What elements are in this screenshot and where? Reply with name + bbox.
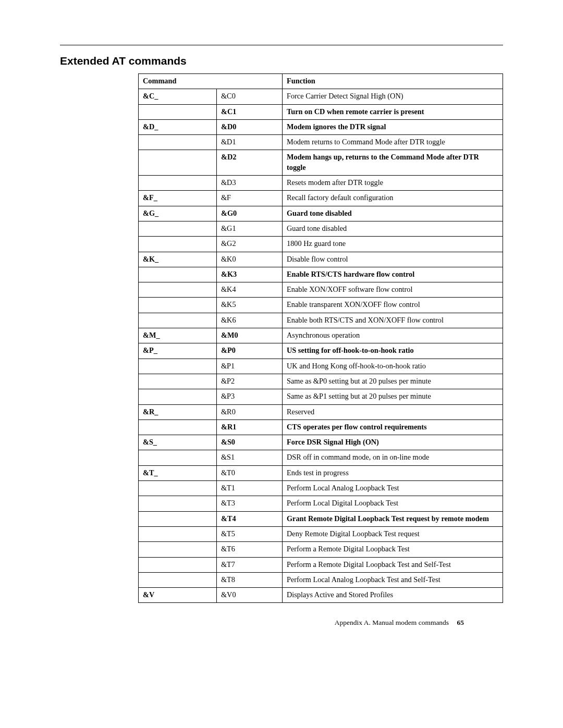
table-row: &K_&K0Disable flow control bbox=[139, 252, 503, 267]
command-code-cell: &S1 bbox=[217, 450, 283, 465]
function-cell: Disable flow control bbox=[283, 252, 503, 267]
function-cell: Perform Local Analog Loopback Test and S… bbox=[283, 572, 503, 587]
command-group-cell bbox=[139, 221, 217, 236]
command-code-cell: &R1 bbox=[217, 419, 283, 435]
table-row: &T5Deny Remote Digital Loopback Test req… bbox=[139, 526, 503, 541]
command-group-cell bbox=[139, 313, 217, 328]
command-group-cell bbox=[139, 374, 217, 389]
command-code-cell: &P2 bbox=[217, 374, 283, 389]
command-code-cell: &T7 bbox=[217, 557, 283, 572]
function-cell: Enable both RTS/CTS and XON/XOFF flow co… bbox=[283, 313, 503, 328]
function-cell: Modem ignores the DTR signal bbox=[283, 119, 503, 134]
command-group-cell bbox=[139, 526, 217, 541]
function-cell: US setting for off-hook-to-on-hook ratio bbox=[283, 343, 503, 359]
command-group-cell bbox=[139, 282, 217, 298]
command-code-cell: &K5 bbox=[217, 298, 283, 313]
function-cell: 1800 Hz guard tone bbox=[283, 237, 503, 252]
footer-text: Appendix A. Manual modem commands bbox=[335, 619, 449, 626]
command-code-cell: &T4 bbox=[217, 511, 283, 526]
command-code-cell: &K6 bbox=[217, 313, 283, 328]
function-cell: DSR off in command mode, on in on-line m… bbox=[283, 450, 503, 465]
commands-table: CommandFunction&C_&C0Force Carrier Detec… bbox=[138, 73, 503, 603]
table-row: &R1CTS operates per flow control require… bbox=[139, 419, 503, 435]
table-row: &C_&C0Force Carrier Detect Signal High (… bbox=[139, 89, 503, 104]
table-row: &K4Enable XON/XOFF software flow control bbox=[139, 282, 503, 298]
table-row: &T1Perform Local Analog Loopback Test bbox=[139, 481, 503, 496]
command-group-cell: &M_ bbox=[139, 328, 217, 343]
command-group-cell bbox=[139, 481, 217, 496]
command-code-cell: &R0 bbox=[217, 404, 283, 419]
command-group-cell bbox=[139, 389, 217, 404]
table-row: &K3Enable RTS/CTS hardware flow control bbox=[139, 267, 503, 282]
command-group-cell bbox=[139, 572, 217, 587]
command-code-cell: &G2 bbox=[217, 237, 283, 252]
command-group-cell bbox=[139, 267, 217, 282]
top-rule bbox=[60, 45, 503, 45]
table-row: &T4Grant Remote Digital Loopback Test re… bbox=[139, 511, 503, 526]
table-row: &T6Perform a Remote Digital Loopback Tes… bbox=[139, 542, 503, 557]
command-group-cell bbox=[139, 496, 217, 511]
command-code-cell: &T0 bbox=[217, 465, 283, 480]
command-group-cell: &V bbox=[139, 588, 217, 603]
command-code-cell: &P1 bbox=[217, 359, 283, 374]
command-code-cell: &T6 bbox=[217, 542, 283, 557]
table-row: &T3Perform Local Digital Loopback Test bbox=[139, 496, 503, 511]
function-cell: Recall factory default configuration bbox=[283, 191, 503, 206]
table-header-command: Command bbox=[139, 74, 283, 89]
table-row: &D3Resets modem after DTR toggle bbox=[139, 176, 503, 191]
page-number: 65 bbox=[457, 619, 464, 626]
page-footer: Appendix A. Manual modem commands 65 bbox=[60, 619, 503, 627]
command-group-cell bbox=[139, 298, 217, 313]
command-group-cell bbox=[139, 542, 217, 557]
command-group-cell bbox=[139, 104, 217, 119]
table-row: &T_&T0Ends test in progress bbox=[139, 465, 503, 480]
table-row: &K6Enable both RTS/CTS and XON/XOFF flow… bbox=[139, 313, 503, 328]
table-row: &K5Enable transparent XON/XOFF flow cont… bbox=[139, 298, 503, 313]
function-cell: Force Carrier Detect Signal High (ON) bbox=[283, 89, 503, 104]
command-code-cell: &V0 bbox=[217, 588, 283, 603]
command-code-cell: &T1 bbox=[217, 481, 283, 496]
function-cell: Deny Remote Digital Loopback Test reques… bbox=[283, 526, 503, 541]
table-row: &M_&M0Asynchronous operation bbox=[139, 328, 503, 343]
command-group-cell: &S_ bbox=[139, 435, 217, 450]
command-code-cell: &K4 bbox=[217, 282, 283, 298]
table-row: &D1Modem returns to Command Mode after D… bbox=[139, 135, 503, 150]
command-group-cell: &D_ bbox=[139, 119, 217, 134]
command-group-cell bbox=[139, 557, 217, 572]
table-row: &G1Guard tone disabled bbox=[139, 221, 503, 236]
command-group-cell: &K_ bbox=[139, 252, 217, 267]
page: Extended AT commands CommandFunction&C_&… bbox=[0, 0, 563, 648]
command-code-cell: &G0 bbox=[217, 206, 283, 221]
function-cell: Modem hangs up, returns to the Command M… bbox=[283, 150, 503, 176]
table-row: &P2Same as &P0 setting but at 20 pulses … bbox=[139, 374, 503, 389]
function-cell: Guard tone disabled bbox=[283, 221, 503, 236]
command-code-cell: &P3 bbox=[217, 389, 283, 404]
command-group-cell bbox=[139, 150, 217, 176]
function-cell: Perform Local Digital Loopback Test bbox=[283, 496, 503, 511]
function-cell: Reserved bbox=[283, 404, 503, 419]
command-code-cell: &S0 bbox=[217, 435, 283, 450]
section-heading: Extended AT commands bbox=[60, 55, 503, 67]
table-row: &D_&D0Modem ignores the DTR signal bbox=[139, 119, 503, 134]
function-cell: Guard tone disabled bbox=[283, 206, 503, 221]
function-cell: Displays Active and Stored Profiles bbox=[283, 588, 503, 603]
function-cell: Same as &P0 setting but at 20 pulses per… bbox=[283, 374, 503, 389]
command-group-cell bbox=[139, 135, 217, 150]
table-row: &P3Same as &P1 setting but at 20 pulses … bbox=[139, 389, 503, 404]
table-row: &T7Perform a Remote Digital Loopback Tes… bbox=[139, 557, 503, 572]
function-cell: Perform a Remote Digital Loopback Test a… bbox=[283, 557, 503, 572]
table-row: &V&V0Displays Active and Stored Profiles bbox=[139, 588, 503, 603]
command-code-cell: &K3 bbox=[217, 267, 283, 282]
table-row: &T8Perform Local Analog Loopback Test an… bbox=[139, 572, 503, 587]
function-cell: Enable transparent XON/XOFF flow control bbox=[283, 298, 503, 313]
command-group-cell bbox=[139, 176, 217, 191]
command-code-cell: &D3 bbox=[217, 176, 283, 191]
command-code-cell: &T3 bbox=[217, 496, 283, 511]
command-code-cell: &C1 bbox=[217, 104, 283, 119]
function-cell: Enable RTS/CTS hardware flow control bbox=[283, 267, 503, 282]
command-code-cell: &C0 bbox=[217, 89, 283, 104]
table-row: &S1DSR off in command mode, on in on-lin… bbox=[139, 450, 503, 465]
command-code-cell: &G1 bbox=[217, 221, 283, 236]
function-cell: CTS operates per flow control requiremen… bbox=[283, 419, 503, 435]
table-row: &G_&G0Guard tone disabled bbox=[139, 206, 503, 221]
